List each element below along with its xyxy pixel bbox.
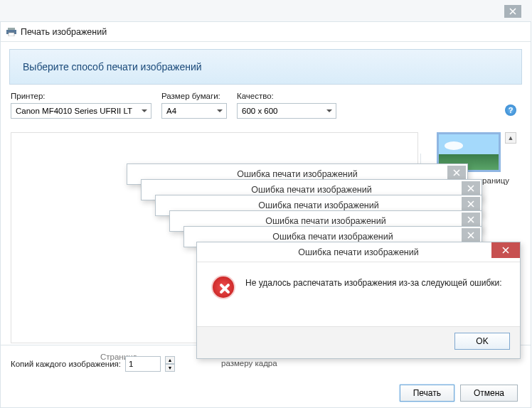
quality-select[interactable]: 600 x 600 [237, 103, 336, 119]
instruction-text: Выберите способ печати изображений [23, 61, 202, 73]
copies-input[interactable] [125, 356, 161, 372]
error-title: Ошибка печати изображений [258, 200, 379, 210]
error-title: Ошибка печати изображений [265, 216, 386, 226]
paper-label: Размер бумаги: [161, 92, 227, 100]
app-close-button[interactable] [504, 5, 521, 18]
printer-label: Принтер: [11, 92, 151, 100]
copies-row: Копий каждого изображения: ▲ ▼ [11, 356, 175, 372]
help-icon[interactable]: ? [505, 104, 516, 116]
printer-select[interactable]: Canon MF4010 Series UFRII LT [11, 103, 151, 119]
error-ok-button[interactable]: OK [454, 333, 510, 350]
print-options-row: Принтер: Canon MF4010 Series UFRII LT Ра… [1, 85, 531, 123]
error-dialog: Ошибка печати изображений Не удалось рас… [196, 242, 521, 359]
copies-label: Копий каждого изображения: [11, 360, 121, 368]
cancel-button[interactable]: Отмена [460, 385, 518, 402]
error-title: Ошибка печати изображений [237, 169, 358, 179]
quality-label: Качество: [237, 92, 336, 100]
close-icon[interactable] [462, 197, 480, 211]
error-title: Ошибка печати изображений [251, 185, 372, 195]
paper-select[interactable]: A4 [161, 103, 227, 119]
svg-rect-0 [8, 28, 15, 30]
close-icon[interactable] [462, 228, 480, 242]
window-titlebar: Печать изображений [1, 22, 531, 42]
error-close-button[interactable] [491, 242, 520, 258]
print-button[interactable]: Печать [400, 385, 454, 402]
printer-icon [6, 28, 16, 36]
copies-down-button[interactable]: ▼ [165, 364, 175, 372]
instruction-banner: Выберите способ печати изображений [9, 49, 522, 85]
close-icon[interactable] [462, 213, 480, 227]
window-title: Печать изображений [21, 27, 107, 37]
error-title: Ошибка печати изображений [298, 247, 419, 257]
fit-label: размеру кадра [221, 359, 277, 367]
error-message: Не удалось распечатать изображения из-за… [245, 275, 502, 288]
svg-rect-2 [9, 33, 14, 36]
close-icon[interactable] [447, 166, 466, 180]
copies-up-button[interactable]: ▲ [165, 356, 175, 364]
error-icon [211, 275, 235, 299]
close-icon[interactable] [462, 181, 480, 195]
scroll-up-button[interactable]: ▲ [505, 132, 516, 144]
error-titlebar: Ошибка печати изображений [197, 242, 520, 262]
error-title: Ошибка печати изображений [272, 232, 393, 242]
